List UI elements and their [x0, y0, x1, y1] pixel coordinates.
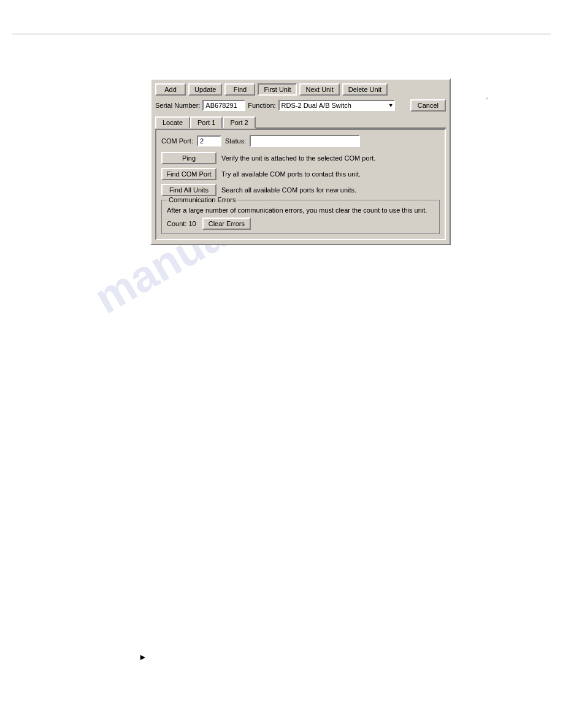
function-select-wrapper: RDS-2 Dual A/B Switch [278, 100, 395, 111]
next-unit-button[interactable]: Next Unit [299, 83, 339, 96]
tab-locate[interactable]: Locate [155, 116, 190, 129]
find-com-row: Find COM Port Try all available COM port… [161, 168, 440, 180]
comm-errors-group: Communication Errors After a large numbe… [161, 200, 440, 234]
cancel-button[interactable]: Cancel [410, 99, 446, 112]
main-dialog: Add Update Find First Unit Next Unit Del… [150, 78, 451, 245]
comm-errors-legend: Communication Errors [167, 196, 237, 203]
find-all-desc: Search all available COM ports for new u… [221, 186, 356, 194]
ping-button[interactable]: Ping [161, 152, 216, 164]
tab-content-locate: COM Port: Status: Ping Verify the unit i… [155, 129, 446, 240]
tab-strip: Locate Port 1 Port 2 [155, 115, 446, 129]
find-all-units-button[interactable]: Find All Units [161, 184, 216, 196]
page: manualshive.com ◦ Add Update Find First … [0, 0, 563, 728]
comm-errors-message: After a large number of communication er… [167, 207, 434, 214]
toolbar: Add Update Find First Unit Next Unit Del… [155, 83, 446, 96]
top-divider [12, 34, 551, 34]
update-button[interactable]: Update [188, 83, 222, 96]
top-circle-decoration: ◦ [486, 95, 488, 102]
ping-desc: Verify the unit is attached to the selec… [221, 154, 375, 162]
delete-unit-button[interactable]: Delete Unit [342, 83, 388, 96]
find-button[interactable]: Find [224, 83, 255, 96]
first-unit-button[interactable]: First Unit [258, 83, 297, 96]
bottom-bullet-icon: ► [139, 652, 147, 662]
com-port-input[interactable] [197, 135, 221, 146]
find-com-port-button[interactable]: Find COM Port [161, 168, 216, 180]
serial-number-input[interactable] [202, 100, 245, 111]
com-port-label: COM Port: [161, 137, 193, 145]
serial-function-row: Serial Number: Function: RDS-2 Dual A/B … [155, 99, 446, 112]
ping-row: Ping Verify the unit is attached to the … [161, 152, 440, 164]
serial-label: Serial Number: [155, 102, 200, 109]
com-port-row: COM Port: Status: [161, 135, 440, 147]
function-select[interactable]: RDS-2 Dual A/B Switch [278, 100, 395, 111]
clear-errors-button[interactable]: Clear Errors [202, 218, 251, 230]
tab-port2[interactable]: Port 2 [223, 116, 255, 129]
comm-count-label: Count: 10 [167, 220, 196, 227]
add-button[interactable]: Add [155, 83, 186, 96]
find-com-desc: Try all available COM ports to contact t… [221, 170, 361, 178]
status-label: Status: [225, 137, 246, 145]
comm-count-row: Count: 10 Clear Errors [167, 218, 434, 230]
function-label: Function: [248, 102, 275, 109]
tab-port1[interactable]: Port 1 [190, 116, 223, 129]
status-input[interactable] [250, 135, 360, 147]
find-all-row: Find All Units Search all available COM … [161, 184, 440, 196]
